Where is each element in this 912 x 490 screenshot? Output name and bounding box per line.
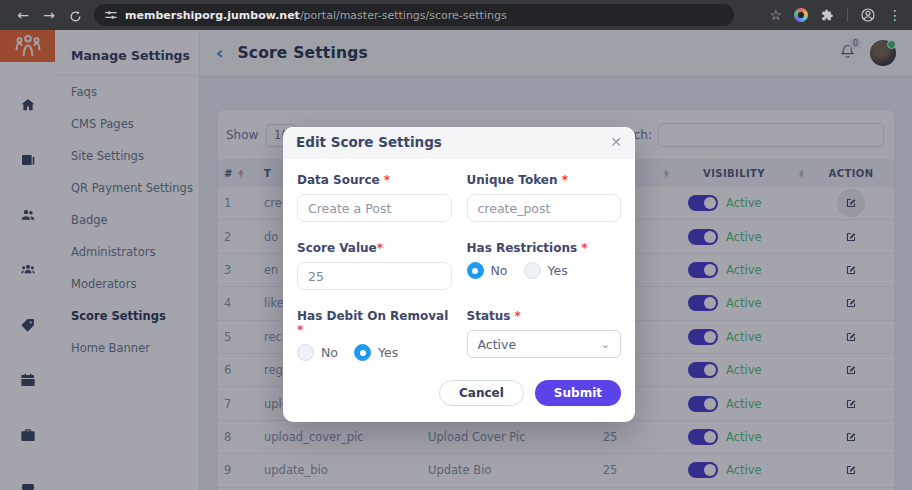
unique-token-input[interactable]	[467, 194, 622, 222]
profile-icon[interactable]	[860, 7, 876, 23]
radio-label: Yes	[548, 263, 568, 278]
has-restrictions-radio-group: NoYes	[467, 262, 622, 279]
radio-label: No	[491, 263, 508, 278]
bookmark-star-icon[interactable]: ☆	[769, 7, 782, 23]
radio-no[interactable]	[467, 262, 484, 279]
browser-chrome: ← → membershiporg.jumbow.net/portal/mast…	[0, 0, 912, 30]
address-bar[interactable]: membershiporg.jumbow.net/portal/master-s…	[94, 4, 734, 26]
close-icon[interactable]: ✕	[610, 134, 622, 150]
modal-title: Edit Score Settings	[296, 134, 442, 150]
chevron-down-icon: ⌄	[601, 338, 610, 351]
browser-menu-icon[interactable]: ⋮	[888, 7, 902, 23]
extension-avatar-icon[interactable]	[794, 8, 808, 22]
status-select[interactable]: Active ⌄	[467, 330, 622, 358]
edit-score-settings-modal: Edit Score Settings ✕ Data Source * Uniq…	[283, 127, 635, 422]
divider	[847, 8, 848, 22]
forward-icon[interactable]: →	[36, 7, 62, 23]
extensions-puzzle-icon[interactable]	[820, 8, 835, 23]
reload-icon[interactable]	[62, 7, 88, 23]
radio-yes[interactable]	[354, 344, 371, 361]
score-value-input[interactable]	[297, 262, 452, 290]
site-settings-icon	[104, 8, 118, 22]
back-icon[interactable]: ←	[10, 7, 36, 23]
has-debit-on-removal-label: Has Debit On Removal *	[297, 309, 452, 337]
radio-no[interactable]	[297, 344, 314, 361]
status-label: Status *	[467, 309, 622, 323]
score-value-label: Score Value*	[297, 241, 452, 255]
url-text: membershiporg.jumbow.net/portal/master-s…	[125, 9, 507, 22]
unique-token-label: Unique Token *	[467, 173, 622, 187]
data-source-label: Data Source *	[297, 173, 452, 187]
radio-yes[interactable]	[524, 262, 541, 279]
radio-label: No	[321, 345, 338, 360]
radio-label: Yes	[378, 345, 398, 360]
data-source-input[interactable]	[297, 194, 452, 222]
cancel-button[interactable]: Cancel	[439, 380, 524, 406]
submit-button[interactable]: Submit	[535, 380, 621, 406]
has-debit-radio-group: NoYes	[297, 344, 452, 361]
has-restrictions-label: Has Restrictions *	[467, 241, 622, 255]
